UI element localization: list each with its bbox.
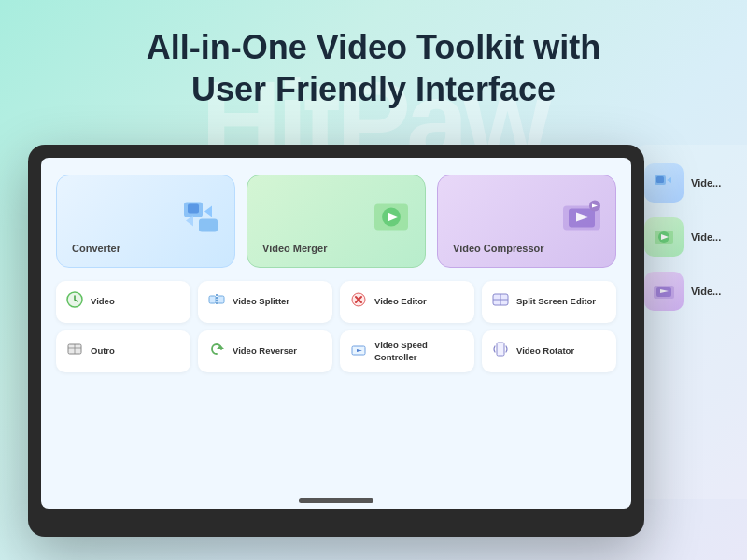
device-screen: Converter Video Merger: [41, 158, 631, 509]
side-label-2: Vide...: [691, 231, 721, 243]
converter-card-label: Converter: [72, 243, 120, 254]
split-screen-label: Split Screen Editor: [516, 296, 596, 307]
merger-card[interactable]: Video Merger: [247, 175, 426, 268]
small-cards-row1: Video Video Splitter: [56, 281, 616, 323]
merger-card-label: Video Merger: [262, 243, 328, 254]
split-screen-card[interactable]: Split Screen Editor: [482, 281, 616, 323]
device-frame: Converter Video Merger: [28, 145, 644, 537]
device-mockup: Converter Video Merger: [28, 145, 644, 537]
splitter-label: Video Splitter: [233, 296, 289, 307]
crop-video-label: Video: [91, 296, 115, 307]
rotator-icon: [491, 340, 510, 363]
video-splitter-card[interactable]: Video Splitter: [198, 281, 332, 323]
svg-rect-1: [188, 204, 199, 214]
svg-rect-13: [218, 296, 224, 303]
video-editor-card[interactable]: Video Editor: [340, 281, 474, 323]
device-bottom-bar: [299, 498, 374, 503]
side-icon-1: [644, 163, 684, 203]
crop-video-card[interactable]: Video: [56, 281, 190, 323]
title-line2: User Friendly Interface: [191, 70, 556, 108]
compressor-icon: [559, 195, 604, 248]
side-icon-3: [644, 272, 684, 311]
side-label-3: Vide...: [691, 286, 721, 297]
side-item-1[interactable]: Vide...: [644, 163, 738, 203]
small-cards-row2: Outro Video Reverser: [56, 330, 616, 372]
svg-rect-12: [209, 296, 216, 303]
reverser-icon: [207, 340, 226, 363]
rotator-label: Video Rotator: [516, 345, 574, 357]
rotator-card[interactable]: Video Rotator: [482, 330, 616, 372]
side-panel: Vide... Vide... Vide...: [635, 145, 747, 499]
editor-icon: [349, 290, 368, 314]
page-title: All-in-One Video Toolkit with User Frien…: [37, 26, 710, 110]
crop-video-icon: [65, 290, 84, 314]
svg-rect-29: [656, 176, 664, 183]
large-cards-row: Converter Video Merger: [56, 175, 616, 268]
side-label-1: Vide...: [691, 177, 721, 189]
speed-card[interactable]: Video Speed Controller: [340, 330, 474, 372]
reverser-card[interactable]: Video Reverser: [198, 330, 332, 372]
title-line1: All-in-One Video Toolkit with: [147, 28, 601, 66]
speed-icon: [349, 340, 368, 363]
outro-card[interactable]: Outro: [56, 330, 190, 372]
outro-label: Outro: [91, 345, 115, 357]
speed-label: Video Speed Controller: [374, 340, 465, 363]
compressor-card[interactable]: Video Compressor: [437, 175, 616, 268]
outro-icon: [65, 340, 84, 363]
svg-rect-27: [497, 343, 504, 356]
splitter-icon: [207, 290, 226, 314]
page-header: All-in-One Video Toolkit with User Frien…: [0, 0, 747, 129]
svg-marker-24: [217, 345, 224, 349]
svg-rect-2: [199, 219, 218, 232]
split-screen-icon: [491, 290, 510, 314]
merger-icon: [369, 195, 414, 248]
screen-content: Converter Video Merger: [41, 158, 631, 509]
reverser-label: Video Reverser: [233, 345, 297, 357]
side-item-2[interactable]: Vide...: [644, 217, 738, 257]
compressor-card-label: Video Compressor: [453, 243, 544, 254]
side-icon-2: [644, 217, 684, 257]
side-item-3[interactable]: Vide...: [644, 272, 738, 311]
converter-card[interactable]: Converter: [56, 175, 235, 268]
converter-icon: [178, 195, 223, 248]
editor-label: Video Editor: [374, 296, 427, 307]
